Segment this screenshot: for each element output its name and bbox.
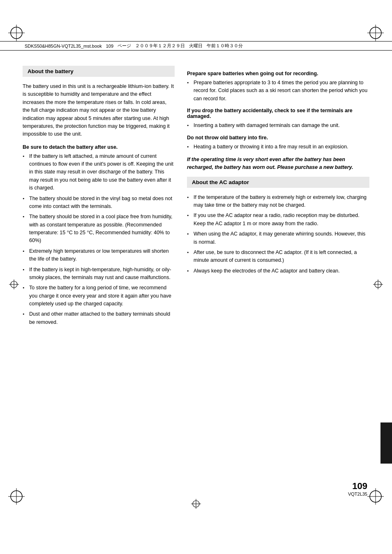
right-column: Prepare spare batteries when going out f… xyxy=(187,53,369,501)
italic-warning: If the operating time is very short even… xyxy=(187,156,369,172)
spare-bullets: Prepare batteries appropriate to 3 to 4 … xyxy=(187,79,369,103)
list-item: If you use the AC adaptor near a radio, … xyxy=(187,212,369,228)
spare-heading: Prepare spare batteries when going out f… xyxy=(187,71,369,76)
header-file-info: SDKS50&H85GN-VQT2L35_mst.book xyxy=(25,44,102,48)
list-item: Extremely high temperatures or low tempe… xyxy=(23,247,175,263)
corner-mark-bl xyxy=(8,488,25,505)
list-item: The battery should be stored in a cool p… xyxy=(23,213,175,245)
drop-heading: If you drop the battery accidentally, ch… xyxy=(187,108,369,119)
header-day: 火曜日 xyxy=(189,43,203,49)
cross-mark-right xyxy=(373,279,383,289)
ac-section-title: About the AC adaptor xyxy=(187,177,369,188)
battery-heading1: Be sure to detach the battery after use. xyxy=(23,144,175,150)
header-time: 午前１０時３０分 xyxy=(207,43,243,49)
black-tab xyxy=(380,422,392,464)
list-item: Always keep the electrodes of the AC ada… xyxy=(187,267,369,275)
drop-bullets: Inserting a battery with damaged termina… xyxy=(187,122,369,129)
page-code: VQT2L35 xyxy=(348,492,367,496)
corner-mark-tl xyxy=(8,25,25,41)
main-content: About the battery The battery used in th… xyxy=(23,53,369,501)
list-item: The battery should be stored in the viny… xyxy=(23,195,175,211)
list-item: When using the AC adaptor, it may genera… xyxy=(187,230,369,246)
header-page-label: ページ xyxy=(118,43,131,49)
corner-mark-tr xyxy=(367,25,384,41)
header-bar: SDKS50&H85GN-VQT2L35_mst.book 109 ページ ２０… xyxy=(0,41,392,51)
header-page-num: 109 xyxy=(106,44,113,48)
header-date: ２００９年１２月２９日 xyxy=(135,43,185,49)
page-number: 109 xyxy=(348,481,367,492)
list-item: To store the battery for a long period o… xyxy=(23,284,175,308)
battery-section-title: About the battery xyxy=(23,66,175,77)
list-item: Inserting a battery with damaged termina… xyxy=(187,122,369,129)
list-item: Dust and other matter attached to the ba… xyxy=(23,310,175,326)
list-item: If the battery is kept in high-temperatu… xyxy=(23,266,175,282)
page-number-area: 109 VQT2L35 xyxy=(348,481,367,496)
list-item: Prepare batteries appropriate to 3 to 4 … xyxy=(187,79,369,103)
cross-mark-left xyxy=(9,279,19,289)
battery-intro: The battery used in this unit is a recha… xyxy=(23,83,175,138)
battery-bullets1: If the battery is left attached, a minut… xyxy=(23,152,175,327)
page-container: SDKS50&H85GN-VQT2L35_mst.book 109 ページ ２０… xyxy=(0,0,392,554)
list-item: Heating a battery or throwing it into a … xyxy=(187,143,369,151)
fire-bullets: Heating a battery or throwing it into a … xyxy=(187,143,369,151)
left-column: About the battery The battery used in th… xyxy=(23,53,175,501)
list-item: If the temperature of the battery is ext… xyxy=(187,194,369,210)
corner-mark-br xyxy=(367,488,384,505)
list-item: After use, be sure to disconnect the AC … xyxy=(187,249,369,265)
ac-bullets: If the temperature of the battery is ext… xyxy=(187,194,369,275)
list-item: If the battery is left attached, a minut… xyxy=(23,152,175,192)
fire-heading: Do not throw old battery into fire. xyxy=(187,135,369,141)
